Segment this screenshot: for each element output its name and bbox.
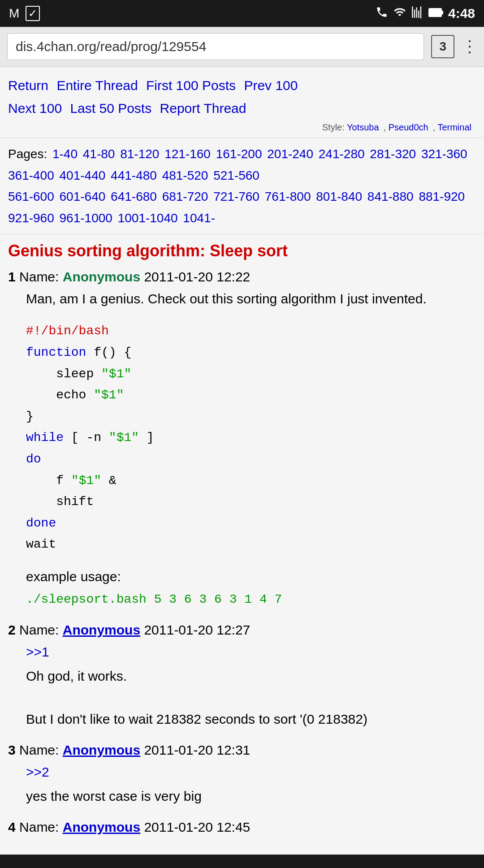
post-4-name-label: Name: bbox=[19, 820, 63, 834]
page-841-880[interactable]: 841-880 bbox=[367, 190, 414, 203]
page-441-480[interactable]: 441-480 bbox=[111, 168, 157, 182]
page-881-920[interactable]: 881-920 bbox=[419, 190, 465, 203]
post-2-quote[interactable]: >>1 bbox=[26, 641, 476, 663]
address-bar-row: dis.4chan.org/read/prog/129554 3 ⋮ bbox=[0, 27, 484, 67]
post-2-name-label: Name: bbox=[19, 622, 63, 637]
post-4-author[interactable]: Anonymous bbox=[63, 820, 140, 834]
page-921-960[interactable]: 921-960 bbox=[8, 211, 54, 225]
page-561-600[interactable]: 561-600 bbox=[8, 190, 54, 203]
bottom-nav bbox=[0, 855, 484, 868]
post-3-body: >>2 yes the worst case is very big bbox=[8, 761, 476, 807]
page-321-360[interactable]: 321-360 bbox=[421, 147, 467, 161]
pages-label: Pages: bbox=[8, 147, 47, 161]
browser-menu-button[interactable]: ⋮ bbox=[462, 37, 477, 56]
nav-next-100[interactable]: Next 100 bbox=[8, 101, 62, 116]
battery-icon bbox=[428, 7, 444, 21]
page-521-560[interactable]: 521-560 bbox=[213, 168, 259, 182]
post-1: 1 Name: Anonymous 2011-01-20 12:22 Man, … bbox=[8, 269, 476, 609]
nav-report[interactable]: Report Thread bbox=[160, 101, 246, 116]
page-161-200[interactable]: 161-200 bbox=[216, 147, 262, 161]
page-281-320[interactable]: 281-320 bbox=[370, 147, 416, 161]
clipboard-icon: ✓ bbox=[26, 6, 40, 21]
signal-icon bbox=[411, 6, 424, 22]
post-3-author[interactable]: Anonymous bbox=[63, 743, 140, 757]
post-1-header: 1 Name: Anonymous 2011-01-20 12:22 bbox=[8, 269, 476, 285]
post-4: 4 Name: Anonymous 2011-01-20 12:45 bbox=[8, 820, 476, 835]
page-1001-1040[interactable]: 1001-1040 bbox=[118, 211, 178, 225]
post-2-body: >>1 Oh god, it works. But I don't like t… bbox=[8, 641, 476, 730]
page-241-280[interactable]: 241-280 bbox=[319, 147, 365, 161]
status-bar-left: M ✓ bbox=[9, 6, 40, 21]
post-1-example-cmd: ./sleepsort.bash 5 3 6 3 6 3 1 4 7 bbox=[26, 592, 282, 606]
svg-rect-1 bbox=[441, 11, 443, 14]
page-641-680[interactable]: 641-680 bbox=[111, 190, 157, 203]
nav-prev-100[interactable]: Prev 100 bbox=[244, 78, 298, 93]
post-2-author[interactable]: Anonymous bbox=[63, 622, 140, 637]
post-3-header: 3 Name: Anonymous 2011-01-20 12:31 bbox=[8, 743, 476, 758]
post-1-num: 1 bbox=[8, 269, 16, 284]
post-3-date: 2011-01-20 12:31 bbox=[144, 743, 250, 757]
nav-entire-thread[interactable]: Entire Thread bbox=[56, 78, 138, 93]
post-1-example-label: example usage: bbox=[26, 569, 121, 584]
back-button[interactable] bbox=[41, 866, 82, 868]
page-401-440[interactable]: 401-440 bbox=[60, 168, 106, 182]
post-1-name-label: Name: bbox=[19, 269, 63, 284]
page-681-720[interactable]: 681-720 bbox=[162, 190, 208, 203]
phone-icon bbox=[376, 6, 388, 22]
status-time: 4:48 bbox=[448, 6, 475, 21]
post-3-name-label: Name: bbox=[19, 743, 63, 757]
address-input[interactable]: dis.4chan.org/read/prog/129554 bbox=[7, 33, 424, 60]
page-41-80[interactable]: 41-80 bbox=[83, 147, 115, 161]
post-2-num: 2 bbox=[8, 622, 16, 637]
post-1-body: Man, am I a genius. Check out this sorti… bbox=[8, 288, 476, 609]
page-961-1000[interactable]: 961-1000 bbox=[60, 211, 112, 225]
thread-title: Genius sorting algorithm: Sleep sort bbox=[8, 242, 476, 260]
page-361-400[interactable]: 361-400 bbox=[8, 168, 54, 182]
style-note: Style: Yotsuba, Pseud0ch, Terminal bbox=[8, 120, 476, 135]
page-81-120[interactable]: 81-120 bbox=[120, 147, 159, 161]
nav-first-100[interactable]: First 100 Posts bbox=[146, 78, 236, 93]
home-button[interactable] bbox=[165, 865, 203, 868]
page-121-160[interactable]: 121-160 bbox=[164, 147, 211, 161]
nav-links: Return Entire Thread First 100 Posts Pre… bbox=[0, 67, 484, 138]
post-3-quote[interactable]: >>2 bbox=[26, 761, 476, 783]
status-bar: M ✓ 4:48 bbox=[0, 0, 484, 27]
post-3: 3 Name: Anonymous 2011-01-20 12:31 >>2 y… bbox=[8, 743, 476, 807]
page-201-240[interactable]: 201-240 bbox=[267, 147, 313, 161]
style-terminal[interactable]: Terminal bbox=[437, 122, 471, 132]
nav-last-50[interactable]: Last 50 Posts bbox=[70, 101, 151, 116]
page-601-640[interactable]: 601-640 bbox=[60, 190, 106, 203]
post-2: 2 Name: Anonymous 2011-01-20 12:27 >>1 O… bbox=[8, 622, 476, 730]
nav-return[interactable]: Return bbox=[8, 78, 48, 93]
page-481-520[interactable]: 481-520 bbox=[162, 168, 208, 182]
post-1-date: 2011-01-20 12:22 bbox=[144, 269, 250, 284]
thread-content: Genius sorting algorithm: Sleep sort 1 N… bbox=[0, 234, 484, 854]
status-bar-right: 4:48 bbox=[376, 6, 475, 22]
post-2-header: 2 Name: Anonymous 2011-01-20 12:27 bbox=[8, 622, 476, 638]
post-2-date: 2011-01-20 12:27 bbox=[144, 622, 250, 637]
style-pseud0ch[interactable]: Pseud0ch bbox=[389, 122, 428, 132]
post-4-num: 4 bbox=[8, 820, 16, 834]
post-3-num: 3 bbox=[8, 743, 16, 757]
style-yotsuba[interactable]: Yotsuba bbox=[347, 122, 379, 132]
post-1-code: #!/bin/bash function f() { sleep "$1" ec… bbox=[26, 316, 476, 560]
pages-section: Pages: 1-40 41-80 81-120 121-160 161-200… bbox=[0, 138, 484, 234]
post-1-author: Anonymous bbox=[63, 269, 140, 284]
page-721-760[interactable]: 721-760 bbox=[213, 190, 259, 203]
post-4-header: 4 Name: Anonymous 2011-01-20 12:45 bbox=[8, 820, 476, 835]
page-1041[interactable]: 1041- bbox=[183, 211, 215, 225]
page-801-840[interactable]: 801-840 bbox=[316, 190, 362, 203]
post-4-date: 2011-01-20 12:45 bbox=[144, 820, 250, 834]
page-761-800[interactable]: 761-800 bbox=[265, 190, 311, 203]
wifi-icon bbox=[393, 6, 407, 22]
gmail-icon: M bbox=[9, 6, 19, 21]
page-1-40[interactable]: 1-40 bbox=[52, 147, 78, 161]
svg-rect-2 bbox=[429, 9, 441, 16]
tab-count-button[interactable]: 3 bbox=[431, 35, 454, 58]
tabs-button[interactable] bbox=[285, 865, 323, 868]
